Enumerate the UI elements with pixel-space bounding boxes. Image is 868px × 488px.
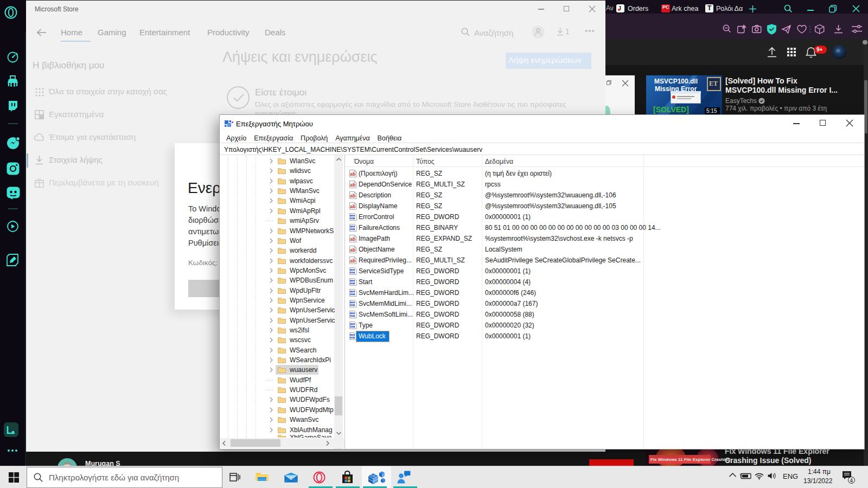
svg-text:ab: ab: [350, 182, 356, 188]
svg-text:ab: ab: [350, 258, 356, 264]
svg-text:ab: ab: [350, 171, 356, 177]
svg-text:ab: ab: [350, 204, 356, 209]
svg-text:ab: ab: [350, 236, 356, 242]
svg-text:ab: ab: [350, 193, 356, 198]
svg-text:ab: ab: [350, 247, 356, 253]
